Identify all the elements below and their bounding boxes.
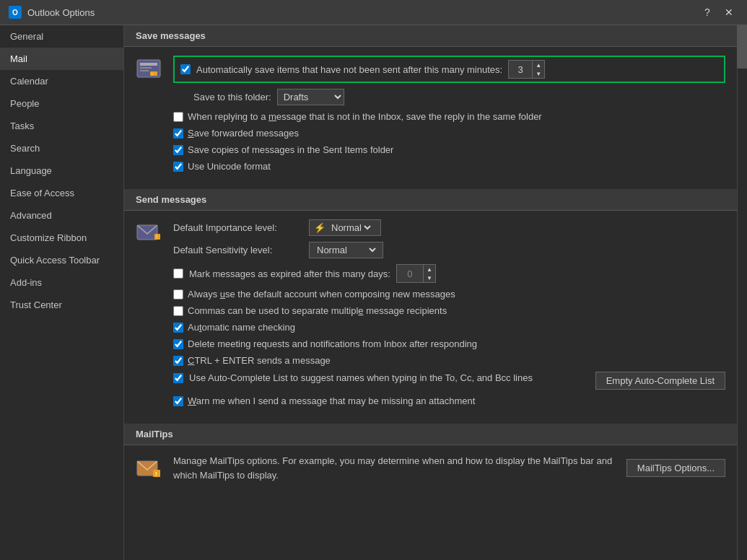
reply-same-folder-label: When replying to a message that is not i… <box>188 111 542 122</box>
title-bar-left: O Outlook Options <box>9 6 95 19</box>
send-messages-section: Send messages ! <box>124 189 737 424</box>
sidebar-item-add-ins[interactable]: Add-ins <box>0 271 123 294</box>
default-account-checkbox[interactable] <box>173 289 183 299</box>
save-to-row: Save to this folder: Drafts Inbox Sent I… <box>173 89 725 105</box>
auto-name-checkbox[interactable] <box>173 323 183 333</box>
warn-attachment-checkbox[interactable] <box>173 396 183 406</box>
save-forwarded-row: Save forwarded messages <box>173 128 725 139</box>
help-button[interactable]: ? <box>698 4 717 20</box>
mailtips-options-button[interactable]: MailTips Options... <box>626 459 725 477</box>
commas-label: Commas can be used to separate multiple … <box>188 305 447 316</box>
sensitivity-select[interactable]: Normal Personal Private Confidential <box>314 244 378 256</box>
importance-row: Default Importance level: ⚡ Normal Low H… <box>173 219 725 236</box>
save-copies-checkbox[interactable] <box>173 145 183 155</box>
save-messages-body: ! Automatically save items that have not… <box>124 47 737 189</box>
delete-meeting-row: Delete meeting requests and notification… <box>173 338 725 349</box>
sidebar: General Mail Calendar People Tasks Searc… <box>0 25 124 560</box>
scrollbar-track[interactable] <box>737 25 747 560</box>
title-bar: O Outlook Options ? ✕ <box>0 0 747 25</box>
sidebar-item-general[interactable]: General <box>0 25 123 48</box>
sidebar-item-advanced[interactable]: Advanced <box>0 204 123 227</box>
sidebar-item-customize-ribbon[interactable]: Customize Ribbon <box>0 227 123 249</box>
warn-attachment-label: Warn me when I send a message that may b… <box>188 395 475 406</box>
dialog-body: General Mail Calendar People Tasks Searc… <box>0 25 747 560</box>
expired-down-button[interactable]: ▼ <box>424 274 435 282</box>
close-button[interactable]: ✕ <box>720 4 738 20</box>
mailtips-description: Manage MailTips options. For example, yo… <box>173 454 621 482</box>
ctrl-enter-label: CTRL + ENTER sends a message <box>188 355 331 366</box>
empty-autocomplete-button[interactable]: Empty Auto-Complete List <box>595 372 725 390</box>
sidebar-item-people[interactable]: People <box>0 92 123 115</box>
save-to-label: Save to this folder: <box>193 92 271 102</box>
ctrl-enter-row: CTRL + ENTER sends a message <box>173 355 725 366</box>
outlook-icon: O <box>9 6 22 19</box>
send-messages-icon: ! <box>136 219 162 245</box>
unicode-format-checkbox[interactable] <box>173 162 183 172</box>
svg-text:!: ! <box>156 235 157 240</box>
commas-checkbox[interactable] <box>173 306 183 316</box>
sidebar-item-language[interactable]: Language <box>0 159 123 182</box>
unicode-format-row: Use Unicode format <box>173 161 725 172</box>
scrollbar-thumb[interactable] <box>737 25 747 69</box>
sensitivity-label: Default Sensitivity level: <box>173 245 303 255</box>
default-account-row: Always use the default account when comp… <box>173 289 725 299</box>
sidebar-item-mail[interactable]: Mail <box>0 48 123 70</box>
importance-select[interactable]: Normal Low High <box>328 222 373 234</box>
autocomplete-row: Use Auto-Complete List to suggest names … <box>173 372 725 390</box>
sidebar-item-quick-access-toolbar[interactable]: Quick Access Toolbar <box>0 249 123 271</box>
ctrl-enter-checkbox[interactable] <box>173 356 183 366</box>
save-messages-header: Save messages <box>124 25 737 47</box>
minutes-down-button[interactable]: ▼ <box>533 69 544 78</box>
autocomplete-label: Use Auto-Complete List to suggest names … <box>189 372 590 385</box>
mailtips-body: ! Manage MailTips options. For example, … <box>124 445 737 494</box>
auto-name-row: Automatic name checking <box>173 322 725 333</box>
warn-attachment-row: Warn me when I send a message that may b… <box>173 395 725 406</box>
reply-same-folder-row: When replying to a message that is not i… <box>173 111 725 122</box>
minutes-spin-buttons: ▲ ▼ <box>532 61 544 78</box>
autosave-label: Automatically save items that have not b… <box>196 64 502 75</box>
sidebar-item-search[interactable]: Search <box>0 137 123 159</box>
commas-row: Commas can be used to separate multiple … <box>173 305 725 316</box>
importance-icon: ⚡ <box>314 222 326 233</box>
expired-input[interactable] <box>397 267 423 281</box>
sensitivity-row: Default Sensitivity level: Normal Person… <box>173 242 725 258</box>
svg-text:!: ! <box>155 471 157 477</box>
minutes-input[interactable] <box>509 63 532 76</box>
expired-checkbox[interactable] <box>173 268 183 279</box>
reply-same-folder-checkbox[interactable] <box>173 112 183 122</box>
svg-rect-1 <box>140 63 157 66</box>
folder-select[interactable]: Drafts Inbox Sent Items <box>277 89 344 105</box>
save-copies-label: Save copies of messages in the Sent Item… <box>188 144 393 155</box>
expired-label: Mark messages as expired after this many… <box>189 268 390 279</box>
delete-meeting-checkbox[interactable] <box>173 339 183 349</box>
autocomplete-checkbox[interactable] <box>173 373 183 383</box>
expired-spin-buttons: ▲ ▼ <box>423 265 435 282</box>
expired-spinner: ▲ ▼ <box>396 264 436 283</box>
delete-meeting-label: Delete meeting requests and notification… <box>188 338 477 349</box>
outlook-options-dialog: O Outlook Options ? ✕ General Mail Calen… <box>0 0 747 560</box>
minutes-spinner: ▲ ▼ <box>508 60 545 79</box>
sidebar-item-trust-center[interactable]: Trust Center <box>0 294 123 316</box>
expired-row: Mark messages as expired after this many… <box>173 264 725 283</box>
save-forwarded-label: Save forwarded messages <box>188 128 299 139</box>
sidebar-item-ease-of-access[interactable]: Ease of Access <box>0 182 123 204</box>
main-content: Save messages ! <box>124 25 737 560</box>
mailtips-header: MailTips <box>124 424 737 445</box>
save-messages-section: Save messages ! <box>124 25 737 189</box>
unicode-format-label: Use Unicode format <box>188 161 271 172</box>
sidebar-item-calendar[interactable]: Calendar <box>0 70 123 92</box>
mailtips-icon: ! <box>136 455 162 481</box>
send-messages-header: Send messages <box>124 189 737 211</box>
autosave-checkbox[interactable] <box>180 64 191 74</box>
save-copies-row: Save copies of messages in the Sent Item… <box>173 144 725 155</box>
svg-rect-2 <box>140 67 152 69</box>
save-messages-icon: ! <box>136 56 162 82</box>
auto-name-label: Automatic name checking <box>188 322 295 333</box>
expired-up-button[interactable]: ▲ <box>424 265 435 274</box>
minutes-up-button[interactable]: ▲ <box>533 61 544 69</box>
mailtips-section: MailTips ! Manage MailTips options. <box>124 424 737 494</box>
sidebar-item-tasks[interactable]: Tasks <box>0 115 123 137</box>
dialog-title: Outlook Options <box>27 7 95 18</box>
svg-rect-3 <box>140 70 149 71</box>
save-forwarded-checkbox[interactable] <box>173 128 183 139</box>
